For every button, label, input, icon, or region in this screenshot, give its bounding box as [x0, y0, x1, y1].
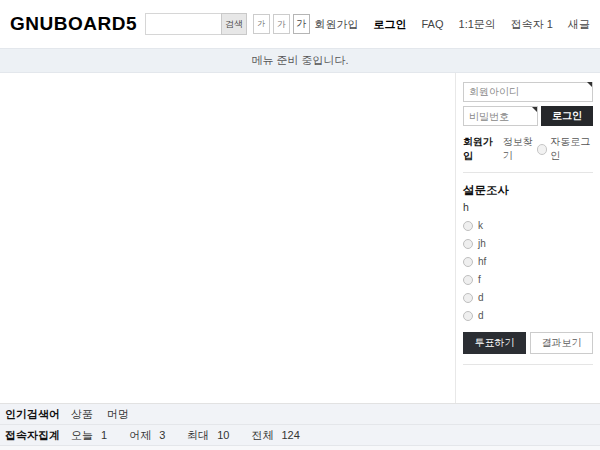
stat-name: 오늘	[71, 428, 93, 443]
popular-keyword[interactable]: 상품	[71, 407, 93, 422]
search-button[interactable]: 검색	[221, 13, 247, 35]
password-input[interactable]	[463, 106, 538, 126]
poll-option[interactable]: hf	[463, 256, 593, 267]
poll-buttons-row: 투표하기 결과보기	[463, 332, 593, 354]
password-row: 로그인	[463, 106, 593, 127]
sidebar: 로그인 회원가입 정보찾기 자동로그인 설문조사 h k	[455, 73, 600, 403]
popular-keywords-label: 인기검색어	[5, 407, 71, 422]
poll-option[interactable]: jh	[463, 238, 593, 249]
stat-value: 10	[217, 429, 229, 441]
page: GNUBOARD5 검색 가 가 가 회원가입 로그인 FAQ 1:1문의 접속…	[0, 0, 600, 450]
required-marker-icon	[587, 82, 592, 87]
login-box: 로그인 회원가입 정보찾기 자동로그인	[463, 81, 593, 173]
poll-option[interactable]: f	[463, 274, 593, 285]
login-links-row: 회원가입 정보찾기 자동로그인	[463, 135, 593, 163]
stat-yesterday: 어제 3	[129, 428, 165, 443]
poll-results-button[interactable]: 결과보기	[530, 332, 593, 354]
stat-name: 최대	[187, 428, 209, 443]
sidebar-signup-link[interactable]: 회원가입	[463, 135, 498, 163]
stat-name: 전체	[252, 428, 274, 443]
font-size-large-button[interactable]: 가	[293, 14, 310, 34]
visitor-stats-row: 접속자집계 오늘 1 어제 3 최대 10 전체 124	[0, 425, 600, 446]
site-logo[interactable]: GNUBOARD5	[10, 13, 137, 35]
stat-max: 최대 10	[187, 428, 229, 443]
stat-name: 어제	[129, 428, 151, 443]
radio-icon[interactable]	[463, 293, 473, 303]
search-input[interactable]	[145, 13, 221, 35]
menu-bar: 메뉴 준비 중입니다.	[0, 48, 600, 73]
member-id-input[interactable]	[463, 82, 593, 102]
connected-users-link[interactable]: 접속자 1	[511, 17, 553, 32]
radio-icon[interactable]	[463, 311, 473, 321]
find-info-link[interactable]: 정보찾기	[503, 135, 538, 163]
utility-links: 회원가입 로그인 FAQ 1:1문의 접속자 1 새글	[315, 17, 591, 32]
poll-option-label[interactable]: hf	[478, 256, 486, 267]
stat-today: 오늘 1	[71, 428, 107, 443]
password-field-wrap	[463, 106, 538, 127]
poll-option-label[interactable]: f	[478, 274, 481, 285]
poll-question: h	[463, 201, 593, 213]
stat-total: 전체 124	[252, 428, 300, 443]
poll-option-label[interactable]: d	[478, 292, 484, 303]
stat-value: 1	[101, 429, 107, 441]
auto-login-toggle[interactable]: 자동로그인	[537, 135, 593, 163]
vote-button[interactable]: 투표하기	[463, 332, 526, 354]
popular-keyword[interactable]: 머멍	[107, 407, 129, 422]
poll-option-label[interactable]: d	[478, 310, 484, 321]
poll-box: 설문조사 h k jh hf f	[463, 173, 593, 365]
qna-link[interactable]: 1:1문의	[459, 17, 496, 32]
member-id-field-wrap	[463, 81, 593, 102]
poll-option[interactable]: d	[463, 310, 593, 321]
font-size-medium-button[interactable]: 가	[273, 14, 290, 34]
header: GNUBOARD5 검색 가 가 가 회원가입 로그인 FAQ 1:1문의 접속…	[0, 0, 600, 48]
radio-icon[interactable]	[463, 257, 473, 267]
visitor-stats-label: 접속자집계	[5, 428, 71, 443]
poll-option-label[interactable]: k	[478, 220, 483, 231]
required-marker-icon	[532, 107, 537, 112]
auto-login-checkbox[interactable]	[537, 144, 547, 155]
stat-value: 3	[159, 429, 165, 441]
radio-icon[interactable]	[463, 221, 473, 231]
poll-option[interactable]: k	[463, 220, 593, 231]
font-size-controls: 가 가 가	[253, 14, 310, 34]
auto-login-label: 자동로그인	[550, 135, 593, 163]
popular-keywords-row: 인기검색어 상품 머멍	[0, 404, 600, 425]
content-wrapper: 로그인 회원가입 정보찾기 자동로그인 설문조사 h k	[0, 73, 600, 404]
main-content-area	[0, 73, 455, 403]
login-link[interactable]: 로그인	[374, 17, 407, 32]
faq-link[interactable]: FAQ	[422, 18, 444, 30]
poll-option[interactable]: d	[463, 292, 593, 303]
stat-value: 124	[282, 429, 300, 441]
radio-icon[interactable]	[463, 275, 473, 285]
radio-icon[interactable]	[463, 239, 473, 249]
login-button[interactable]: 로그인	[541, 106, 593, 126]
font-size-small-button[interactable]: 가	[253, 14, 270, 34]
poll-option-label[interactable]: jh	[478, 238, 486, 249]
signup-link[interactable]: 회원가입	[315, 17, 359, 32]
new-posts-link[interactable]: 새글	[568, 17, 590, 32]
search-form: 검색	[145, 13, 247, 35]
poll-title: 설문조사	[463, 183, 593, 198]
menu-preparing-message: 메뉴 준비 중입니다.	[251, 53, 348, 68]
